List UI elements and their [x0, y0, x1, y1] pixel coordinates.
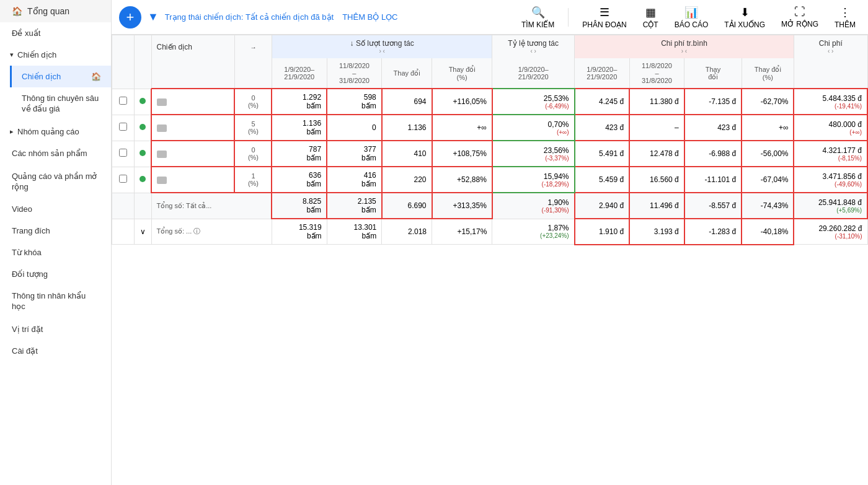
row-chi-phi: 480.000 đ(+∞)	[794, 115, 867, 141]
cot-label: CỘT	[643, 20, 658, 29]
row-checkbox-cell[interactable]	[112, 167, 135, 193]
sidebar-item-doi-tuong[interactable]: Đối tượng	[0, 263, 111, 285]
sidebar-item-vi-tri-dat[interactable]: Vị trí đặt	[0, 318, 111, 340]
sidebar-item-thong-tin-chuyen-sau[interactable]: Thông tin chuyên sâu về đấu giá	[10, 87, 111, 121]
row-checkbox-cell[interactable]	[112, 141, 135, 167]
row-chi-phi: 5.484.335 đ(-19,41%)	[794, 89, 867, 115]
footer1-status	[135, 193, 152, 219]
footer2-cp-thay-doi-pct: -40,18%	[742, 219, 794, 245]
tuong-tac-nav-arrows: › ‹	[277, 48, 487, 55]
sidebar-item-cac-nhom-san-pham[interactable]: Các nhóm sản phẩm	[0, 142, 111, 165]
sidebar-item-de-xuat[interactable]: Đề xuất	[0, 22, 111, 44]
row-campaign-cell[interactable]	[151, 141, 234, 167]
th2-cp-date1[interactable]: 1/9/2020–21/9/2020	[575, 58, 630, 89]
row-checkbox-cell[interactable]	[112, 89, 135, 115]
row-ty-le: 23,56%(-3,37%)	[492, 141, 575, 167]
row-cp-tb-2: –	[629, 115, 684, 141]
row-checkbox[interactable]	[119, 175, 127, 183]
row-tuong-tac-1: 787bấm	[272, 141, 327, 167]
sidebar-label-trang-dich: Trang đích	[12, 226, 50, 235]
row-cp-tb-2: 12.478 đ	[629, 141, 684, 167]
add-filter-button[interactable]: THÊM BỘ LỌC	[342, 12, 397, 22]
mo-rong-action[interactable]: ⛶ MỞ RỘNG	[776, 3, 823, 31]
sidebar-label-tu-khoa: Từ khóa	[12, 248, 42, 257]
sidebar-item-cai-dat[interactable]: Cài đặt	[0, 340, 111, 362]
footer2-ty-le: 1,87%(+23,24%)	[492, 219, 575, 245]
phan-doan-icon: ☰	[600, 6, 609, 19]
th2-thay-doi[interactable]: Thay đổi	[382, 58, 432, 89]
row-extra-cell: 0(%)	[234, 89, 272, 115]
table-row: 1(%) 636bấm 416bấm 220 +52,88% 15,94%(-1…	[112, 167, 868, 193]
search-action[interactable]: 🔍 TÌM KIẾM	[516, 3, 559, 32]
row-campaign-cell[interactable]	[151, 89, 234, 115]
th2-ty-le-date1[interactable]: 1/9/2020–21/9/2020	[492, 58, 575, 89]
filter-icon[interactable]: ▼	[148, 11, 159, 24]
row-chi-phi: 4.321.177 đ(-8,15%)	[794, 141, 867, 167]
sidebar-item-trang-dich[interactable]: Trang đích	[0, 220, 111, 242]
row-tuong-tac-2: 598bấm	[327, 89, 382, 115]
th2-extra	[234, 58, 272, 89]
sidebar-group-nhom-quang-cao[interactable]: ▸ Nhóm quảng cáo	[0, 121, 111, 142]
campaign-icon	[157, 177, 167, 184]
row-thay-doi: 1.136	[382, 115, 432, 141]
row-checkbox[interactable]	[119, 149, 127, 157]
row-checkbox-cell[interactable]	[112, 115, 135, 141]
bao-cao-action[interactable]: 📊 BÁO CÁO	[670, 3, 714, 32]
status-dot	[140, 176, 146, 182]
phan-doan-action[interactable]: ☰ PHÂN ĐOẠN	[577, 3, 631, 32]
row-cp-tb-1: 5.491 đ	[575, 141, 630, 167]
mo-rong-icon: ⛶	[794, 6, 805, 19]
footer1-tuong-tac-2: 2.135bấm	[327, 193, 382, 219]
sidebar-item-quang-cao[interactable]: Quảng cáo và phần mở rộng	[0, 165, 111, 199]
row-checkbox[interactable]	[119, 97, 127, 105]
footer2-label: Tổng số: ... ⓘ	[151, 219, 272, 245]
add-button[interactable]: +	[119, 6, 141, 28]
row-cp-thay-doi: -11.101 đ	[684, 167, 742, 193]
sidebar-group-chien-dich[interactable]: ▾ Chiến dịch	[0, 44, 111, 66]
row-campaign-cell[interactable]	[151, 167, 234, 193]
row-cp-thay-doi-pct: -62,70%	[742, 89, 794, 115]
table-area: Chiến dịch → ↓ Số lượt tương tác › ‹ Tỷ …	[112, 35, 868, 485]
row-cp-tb-1: 423 đ	[575, 115, 630, 141]
row-cp-thay-doi: -6.988 đ	[684, 141, 742, 167]
footer2-thay-doi-pct: +15,17%	[432, 219, 492, 245]
row-ty-le: 25,53%(-6,49%)	[492, 89, 575, 115]
row-campaign-cell[interactable]	[151, 115, 234, 141]
row-tuong-tac-2: 377bấm	[327, 141, 382, 167]
sidebar-item-chien-dich[interactable]: Chiến dịch 🏠	[10, 66, 111, 87]
sidebar: 🏠 Tổng quan Đề xuất ▾ Chiến dịch Chiến d…	[0, 0, 112, 485]
sidebar-item-tu-khoa[interactable]: Từ khóa	[0, 242, 111, 263]
row-checkbox[interactable]	[119, 123, 127, 131]
tai-xuong-action[interactable]: ⬇ TẢI XUỐNG	[719, 3, 770, 32]
th2-cp-thay-doi-pct[interactable]: Thay đổi(%)	[742, 58, 794, 89]
them-action[interactable]: ⋮ THÊM	[830, 3, 861, 32]
sidebar-item-nhan-khau-hoc[interactable]: Thông tin nhân khẩu học	[0, 285, 111, 318]
campaign-col-label: Chiến dịch	[157, 43, 192, 51]
th2-date1[interactable]: 1/9/2020–21/9/2020	[272, 58, 327, 89]
th-tuong-tac-group: ↓ Số lượt tương tác › ‹	[272, 35, 492, 59]
row-cp-thay-doi: -7.135 đ	[684, 89, 742, 115]
th2-thay-doi-pct[interactable]: Thay đổi(%)	[432, 58, 492, 89]
th2-cp-thay-doi[interactable]: Thayđổi	[684, 58, 742, 89]
th2-cp-date2[interactable]: 11/8/2020–31/8/2020	[629, 58, 684, 89]
home-nav-icon: 🏠	[12, 6, 22, 16]
row-cp-thay-doi-pct: -56,00%	[742, 141, 794, 167]
footer2-tuong-tac-1: 15.319bấm	[272, 219, 327, 245]
th2-campaign	[151, 58, 234, 89]
footer-row-2: ∨ Tổng số: ... ⓘ 15.319bấm 13.301bấm 2.0…	[112, 219, 868, 245]
bao-cao-label: BÁO CÁO	[675, 20, 709, 29]
sidebar-item-video[interactable]: Video	[0, 198, 111, 220]
th2-date2[interactable]: 11/8/2020–31/8/2020	[327, 58, 382, 89]
th-chi-phi-tb-group: Chi phí tr.bình › ‹	[575, 35, 794, 59]
cot-icon: ▦	[645, 6, 656, 19]
footer2-tuong-tac-2: 13.301bấm	[327, 219, 382, 245]
sidebar-label-nhom-qc: Nhóm quảng cáo	[17, 127, 79, 136]
table-body: 0(%) 1.292bấm 598bấm 694 +116,05% 25,53%…	[112, 89, 868, 245]
footer2-chevron[interactable]: ∨	[135, 219, 152, 245]
row-thay-doi-pct: +116,05%	[432, 89, 492, 115]
footer1-check	[112, 193, 135, 219]
sidebar-item-tong-quan[interactable]: 🏠 Tổng quan	[0, 0, 111, 22]
sidebar-label-vi-tri-dat: Vị trí đặt	[12, 325, 43, 334]
cot-action[interactable]: ▦ CỘT	[638, 3, 663, 32]
table-header-row-2: 1/9/2020–21/9/2020 11/8/2020–31/8/2020 T…	[112, 58, 868, 89]
